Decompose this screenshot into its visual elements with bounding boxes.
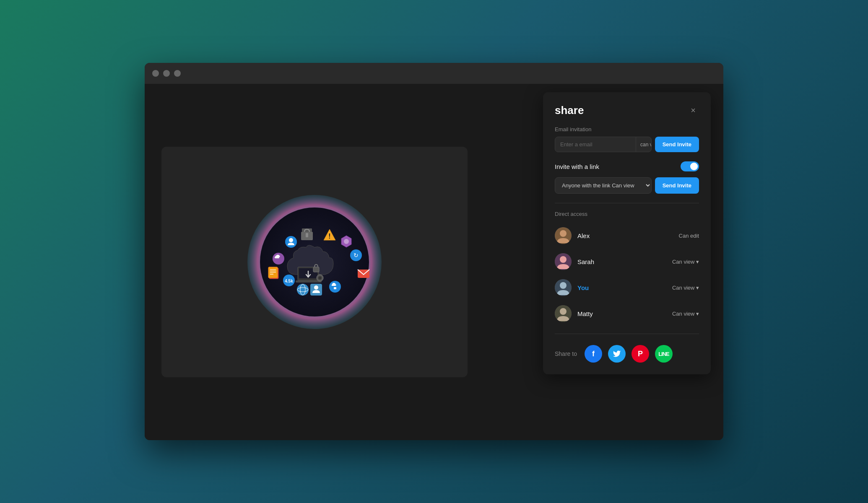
line-share-button[interactable]: LINE [655,345,673,363]
titlebar [145,63,723,84]
svg-point-11 [344,239,349,244]
email-row: can view ▾ Send Invite [555,137,699,152]
traffic-light-minimize[interactable] [163,70,170,77]
user-item-alex: Alex Can edit [555,223,699,248]
avatar-sarah [555,253,572,270]
user-permission-you[interactable]: Can view ▾ [672,285,699,291]
svg-rect-24 [268,267,278,278]
user-name-sarah: Sarah [577,258,666,265]
avatar-alex [555,227,572,244]
share-title: share [555,104,584,117]
svg-point-36 [560,230,567,237]
share-panel: share × Email invitation can view ▾ Send… [543,92,711,374]
svg-rect-22 [334,287,336,289]
link-controls: Anyone with the link Can view Send Invit… [555,177,699,194]
close-button[interactable]: × [687,105,699,117]
facebook-share-button[interactable]: f [585,345,602,363]
svg-text:4.5k: 4.5k [285,279,293,283]
link-permission-select[interactable]: Anyone with the link Can view [555,177,652,194]
user-name-you: You [577,284,666,291]
user-item-sarah: Sarah Can view ▾ [555,249,699,274]
email-permission-dropdown[interactable]: can view ▾ [636,137,652,152]
link-label: Invite with a link [555,163,599,170]
svg-rect-7 [313,267,319,272]
svg-point-6 [318,276,322,280]
traffic-light-maximize[interactable] [174,70,181,77]
user-name-matty: Matty [577,310,666,317]
svg-point-40 [560,282,567,289]
svg-point-15 [289,238,293,242]
share-to-row: Share to f P LINE [555,342,699,363]
app-window: ! ↻ [145,63,723,440]
email-input-wrapper: can view ▾ [555,137,652,152]
link-toggle[interactable] [681,161,699,171]
svg-point-42 [560,308,567,315]
avatar-matty [555,305,572,322]
image-preview: ! ↻ [161,147,468,377]
user-list: Alex Can edit Sarah Can view ▾ [555,223,699,326]
user-name-alex: Alex [577,232,673,239]
svg-point-21 [329,281,341,293]
user-permission-sarah[interactable]: Can view ▾ [672,259,699,265]
email-section-label: Email invitation [555,126,699,132]
avatar-you [555,279,572,296]
email-send-invite-button[interactable]: Send Invite [655,137,699,152]
share-to-label: Share to [555,350,577,357]
svg-text:↻: ↻ [353,252,359,259]
cloud-illustration: ! ↻ [243,191,386,333]
svg-point-20 [314,285,318,290]
email-input[interactable] [555,137,636,152]
link-row: Invite with a link [555,161,699,171]
divider-2 [555,334,699,334]
divider-1 [555,203,699,203]
window-content: ! ↻ [145,84,723,440]
svg-rect-4 [296,280,322,283]
svg-rect-30 [306,233,308,237]
pinterest-share-button[interactable]: P [632,345,649,363]
user-item-you: You Can view ▾ [555,275,699,300]
direct-access-label: Direct access [555,211,699,217]
svg-text:!: ! [328,233,330,240]
user-permission-alex: Can edit [679,233,699,239]
twitter-share-button[interactable] [608,345,626,363]
traffic-light-close[interactable] [152,70,159,77]
link-send-invite-button[interactable]: Send Invite [655,177,699,194]
user-item-matty: Matty Can view ▾ [555,301,699,326]
svg-point-16 [273,253,284,264]
user-permission-matty[interactable]: Can view ▾ [672,311,699,317]
svg-point-38 [560,256,567,263]
svg-point-32 [297,284,309,296]
share-header: share × [555,104,699,117]
